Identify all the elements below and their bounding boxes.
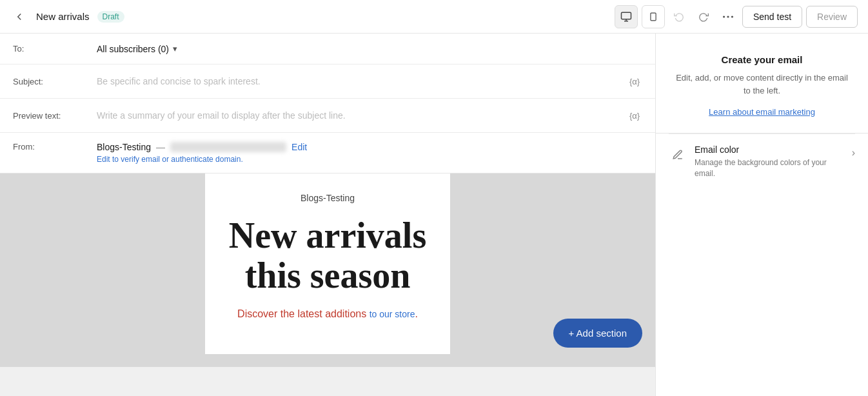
- send-test-button[interactable]: Send test: [742, 6, 802, 28]
- email-preview-wrapper: Blogs-Testing New arrivals this season D…: [70, 173, 586, 354]
- from-name: Blogs-Testing: [97, 142, 151, 152]
- subject-value[interactable]: Be specific and concise to spark interes…: [97, 76, 627, 86]
- subject-personalize-icon[interactable]: {α}: [627, 74, 642, 89]
- desktop-view-button[interactable]: [615, 5, 638, 28]
- more-button[interactable]: [718, 6, 738, 27]
- svg-rect-0: [621, 12, 631, 19]
- back-button[interactable]: [10, 8, 28, 26]
- color-desc: Manage the background colors of your ema…: [695, 157, 844, 179]
- from-label: From:: [13, 142, 97, 152]
- email-headline: New arrivals this season: [218, 216, 437, 295]
- topbar: New arrivals Draft Send test Review: [0, 0, 868, 34]
- toolbar-icons: Send test Review: [615, 5, 858, 28]
- main-layout: To: All subscribers (0) ▾ Subject: Be sp…: [0, 34, 868, 396]
- subject-row: Subject: Be specific and concise to spar…: [0, 64, 655, 99]
- email-preview-body[interactable]: Blogs-Testing New arrivals this season D…: [205, 173, 450, 354]
- subject-label: Subject:: [13, 77, 97, 86]
- subject-placeholder: Be specific and concise to spark interes…: [97, 76, 261, 86]
- svg-point-5: [723, 15, 725, 17]
- to-value[interactable]: All subscribers (0) ▾: [97, 44, 642, 54]
- preview-label: Preview text:: [13, 111, 97, 121]
- color-info: Email color Manage the background colors…: [695, 144, 844, 179]
- preview-value[interactable]: Write a summary of your email to display…: [97, 110, 627, 121]
- preview-placeholder: Write a summary of your email to display…: [97, 110, 346, 121]
- to-chevron-icon: ▾: [173, 44, 177, 54]
- learn-link[interactable]: Learn about email marketing: [709, 107, 815, 117]
- email-canvas: Blogs-Testing New arrivals this season D…: [0, 173, 655, 367]
- email-sender-name: Blogs-Testing: [218, 193, 437, 203]
- color-pencil-icon: [669, 146, 687, 164]
- email-color-row[interactable]: Email color Manage the background colors…: [656, 134, 868, 190]
- color-title: Email color: [695, 144, 844, 155]
- undo-button[interactable]: [669, 6, 689, 27]
- email-subtext: Discover the latest additions to our sto…: [218, 308, 437, 320]
- svg-point-6: [727, 15, 729, 17]
- add-section-container: + Add section: [553, 319, 642, 348]
- mobile-view-button[interactable]: [642, 5, 665, 28]
- right-sidebar: Create your email Edit, add, or move con…: [655, 34, 868, 396]
- sidebar-create-desc: Edit, add, or move content directly in t…: [674, 72, 850, 97]
- sidebar-create-section: Create your email Edit, add, or move con…: [656, 34, 868, 134]
- add-section-button[interactable]: + Add section: [553, 319, 642, 348]
- svg-point-7: [731, 15, 733, 17]
- to-label: To:: [13, 44, 97, 54]
- from-dash: —: [156, 142, 165, 152]
- preview-personalize-icon[interactable]: {α}: [627, 108, 642, 123]
- from-email-blurred: [170, 142, 286, 152]
- review-button[interactable]: Review: [806, 6, 858, 28]
- draft-badge: Draft: [97, 11, 124, 23]
- preview-text-row: Preview text: Write a summary of your em…: [0, 99, 655, 133]
- page-title: New arrivals: [36, 11, 90, 22]
- redo-button[interactable]: [693, 6, 714, 27]
- from-verify-link[interactable]: Edit to verify email or authenticate dom…: [97, 155, 642, 164]
- to-row: To: All subscribers (0) ▾: [0, 34, 655, 64]
- from-edit-link[interactable]: Edit: [291, 142, 307, 152]
- center-panel: To: All subscribers (0) ▾ Subject: Be sp…: [0, 34, 655, 396]
- email-subtext-link[interactable]: to our store: [370, 309, 415, 319]
- color-chevron-icon[interactable]: ›: [852, 147, 855, 159]
- from-row: From: Blogs-Testing — Edit Edit to verif…: [0, 133, 655, 173]
- email-meta-panel: To: All subscribers (0) ▾ Subject: Be sp…: [0, 34, 655, 173]
- sidebar-create-title: Create your email: [674, 54, 850, 65]
